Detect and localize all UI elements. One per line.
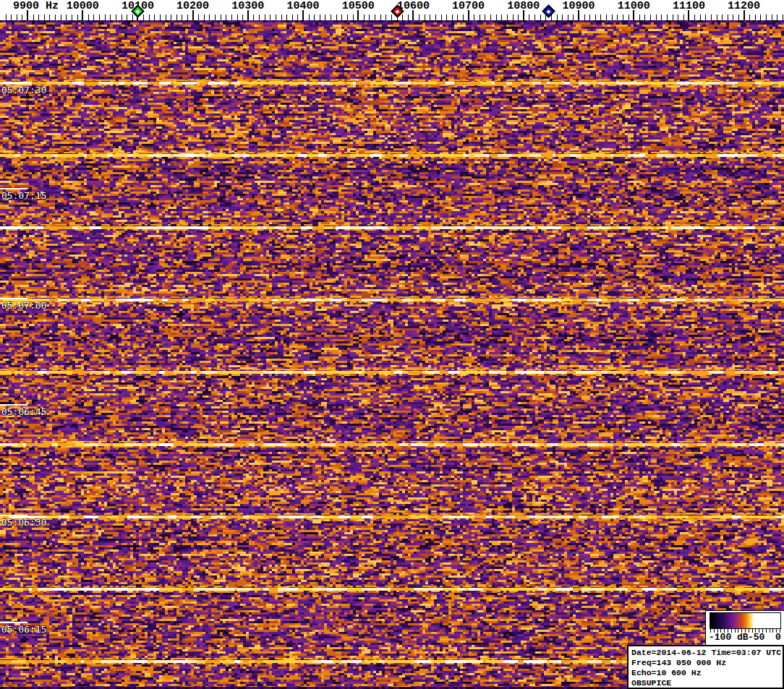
legend-tick xyxy=(731,629,732,633)
time-label: 05:07:15 xyxy=(1,190,47,201)
ruler-tick xyxy=(309,14,310,20)
ruler-tick xyxy=(88,14,89,20)
ruler-tick xyxy=(639,14,640,20)
ruler-tick xyxy=(568,14,568,20)
ruler-tick xyxy=(705,14,706,20)
ruler-tick xyxy=(259,14,260,20)
legend-tick xyxy=(745,629,746,633)
ruler-tick xyxy=(237,14,238,20)
ruler-tick xyxy=(347,14,348,20)
ruler-tick xyxy=(485,14,485,20)
ruler-tick xyxy=(391,14,392,20)
ruler-tick xyxy=(61,14,61,20)
ruler-tick xyxy=(430,14,430,20)
ruler-tick xyxy=(297,14,298,20)
ruler-tick xyxy=(595,14,596,20)
ruler-tick xyxy=(204,14,205,20)
legend-tick xyxy=(755,629,756,633)
ruler-tick xyxy=(160,14,161,20)
ruler-tick xyxy=(617,14,618,20)
ruler-tick xyxy=(518,14,519,20)
spectrogram-waterfall[interactable] xyxy=(0,20,784,689)
ruler-tick xyxy=(606,14,607,20)
ruler-label: 10500 xyxy=(342,0,375,12)
time-label: 05:06:30 xyxy=(1,517,47,528)
ruler-label: 11100 xyxy=(673,0,705,12)
ruler-label: 10400 xyxy=(286,0,319,12)
ruler-tick xyxy=(226,14,226,20)
time-tick xyxy=(0,188,27,189)
legend-tick xyxy=(749,629,749,633)
ruler-tick xyxy=(17,14,17,20)
legend-tick xyxy=(720,629,721,633)
ruler-tick xyxy=(777,14,777,20)
ruler-tick xyxy=(385,14,386,20)
ruler-tick xyxy=(375,14,375,20)
ruler-tick xyxy=(419,14,419,20)
ruler-tick xyxy=(772,14,772,20)
ruler-tick xyxy=(209,14,210,20)
ruler-tick xyxy=(728,14,728,20)
time-label: 05:07:30 xyxy=(1,85,47,95)
ruler-tick xyxy=(540,14,541,20)
ruler-tick xyxy=(507,14,508,20)
ruler-tick xyxy=(683,14,684,20)
time-label: 05:06:15 xyxy=(1,624,47,635)
ruler-label: 10200 xyxy=(176,0,209,12)
time-tick xyxy=(0,298,27,299)
ruler-tick xyxy=(573,14,574,20)
ruler-label: 10900 xyxy=(562,0,595,12)
ruler-tick xyxy=(589,14,590,20)
ruler-tick xyxy=(143,14,144,20)
ruler-tick xyxy=(733,14,733,20)
ruler-tick xyxy=(38,14,39,20)
legend-tick xyxy=(714,629,715,633)
frequency-ruler[interactable]: 9900 Hz100001010010200103001040010500106… xyxy=(0,0,784,20)
ruler-tick xyxy=(644,14,645,20)
legend-tick xyxy=(710,629,711,633)
ruler-tick xyxy=(496,14,497,20)
ruler-tick xyxy=(11,14,12,20)
ruler-tick xyxy=(221,14,221,20)
time-label: 05:06:45 xyxy=(1,406,47,417)
marker-center-dot xyxy=(547,9,551,14)
ruler-tick xyxy=(562,14,563,20)
ruler-tick xyxy=(452,14,453,20)
ruler-tick xyxy=(341,14,342,20)
ruler-tick xyxy=(77,14,78,20)
ruler-tick xyxy=(529,14,529,20)
ruler-tick xyxy=(253,14,254,20)
ruler-tick xyxy=(325,14,325,20)
ruler-tick xyxy=(44,14,45,20)
ruler-tick xyxy=(72,14,72,20)
ruler-tick xyxy=(380,14,381,20)
ruler-tick xyxy=(353,14,354,20)
ruler-tick xyxy=(623,14,623,20)
legend-min-label: -100 dB xyxy=(709,632,749,643)
ruler-tick xyxy=(760,14,761,20)
ruler-tick xyxy=(171,14,171,20)
ruler-label: 10800 xyxy=(507,0,540,12)
marker-center-dot xyxy=(395,9,399,14)
ruler-tick xyxy=(149,14,150,20)
ruler-tick xyxy=(99,14,100,20)
ruler-tick xyxy=(749,14,750,20)
marker-center-dot xyxy=(136,9,140,14)
ruler-tick xyxy=(612,14,613,20)
time-tick xyxy=(0,82,27,84)
blue-marker[interactable] xyxy=(542,4,555,17)
legend-tick xyxy=(772,629,773,633)
ruler-tick xyxy=(33,14,34,20)
ruler-tick xyxy=(700,14,701,20)
ruler-tick xyxy=(187,14,188,20)
ruler-tick xyxy=(722,14,723,20)
legend-tick xyxy=(776,629,777,633)
ruler-tick xyxy=(215,14,216,20)
ruler-tick xyxy=(557,14,558,20)
ruler-tick xyxy=(93,14,94,20)
ruler-tick xyxy=(402,14,403,20)
ruler-tick xyxy=(336,14,337,20)
ruler-label: 11000 xyxy=(618,0,650,12)
legend-tick xyxy=(762,629,763,633)
ruler-tick xyxy=(182,14,182,20)
